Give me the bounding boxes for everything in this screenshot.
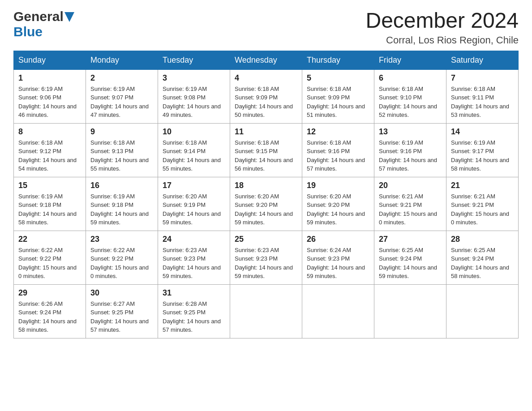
day-number: 11 xyxy=(235,127,297,137)
day-number: 28 xyxy=(451,235,514,244)
svg-marker-0 xyxy=(64,12,74,22)
calendar-day-cell: 7 Sunrise: 6:18 AMSunset: 9:11 PMDayligh… xyxy=(446,69,519,123)
calendar-day-cell: 21 Sunrise: 6:21 AMSunset: 9:21 PMDaylig… xyxy=(446,177,519,231)
day-number: 12 xyxy=(307,127,369,137)
day-number: 24 xyxy=(163,235,225,244)
calendar-empty-cell xyxy=(374,284,446,338)
day-number: 2 xyxy=(90,73,153,83)
day-number: 31 xyxy=(163,288,225,298)
weekday-header-thursday: Thursday xyxy=(302,51,374,69)
day-info: Sunrise: 6:18 AMSunset: 9:09 PMDaylight:… xyxy=(235,85,297,120)
calendar-empty-cell xyxy=(446,284,519,338)
title-section: December 2024 Corral, Los Rios Region, C… xyxy=(365,9,519,46)
day-info: Sunrise: 6:18 AMSunset: 9:10 PMDaylight:… xyxy=(379,85,442,120)
calendar-day-cell: 27 Sunrise: 6:25 AMSunset: 9:24 PMDaylig… xyxy=(374,231,446,284)
day-info: Sunrise: 6:21 AMSunset: 9:21 PMDaylight:… xyxy=(379,192,442,227)
day-info: Sunrise: 6:24 AMSunset: 9:23 PMDaylight:… xyxy=(307,246,369,281)
calendar-week-row: 29 Sunrise: 6:26 AMSunset: 9:24 PMDaylig… xyxy=(14,284,519,338)
day-info: Sunrise: 6:26 AMSunset: 9:24 PMDaylight:… xyxy=(18,300,81,334)
calendar-day-cell: 19 Sunrise: 6:20 AMSunset: 9:20 PMDaylig… xyxy=(302,177,374,231)
calendar-day-cell: 15 Sunrise: 6:19 AMSunset: 9:18 PMDaylig… xyxy=(14,177,86,231)
calendar-day-cell: 12 Sunrise: 6:18 AMSunset: 9:16 PMDaylig… xyxy=(302,123,374,177)
day-number: 9 xyxy=(90,127,153,137)
day-number: 7 xyxy=(451,73,514,83)
calendar-day-cell: 25 Sunrise: 6:23 AMSunset: 9:23 PMDaylig… xyxy=(230,231,302,284)
calendar-day-cell: 17 Sunrise: 6:20 AMSunset: 9:19 PMDaylig… xyxy=(158,177,230,231)
day-info: Sunrise: 6:19 AMSunset: 9:06 PMDaylight:… xyxy=(18,85,81,120)
calendar-day-cell: 9 Sunrise: 6:18 AMSunset: 9:13 PMDayligh… xyxy=(86,123,158,177)
calendar-empty-cell xyxy=(302,284,374,338)
day-info: Sunrise: 6:19 AMSunset: 9:16 PMDaylight:… xyxy=(379,138,442,173)
day-number: 25 xyxy=(235,235,297,244)
day-info: Sunrise: 6:19 AMSunset: 9:18 PMDaylight:… xyxy=(90,192,153,227)
calendar-day-cell: 8 Sunrise: 6:18 AMSunset: 9:12 PMDayligh… xyxy=(14,123,86,177)
day-info: Sunrise: 6:28 AMSunset: 9:25 PMDaylight:… xyxy=(163,300,225,334)
calendar-week-row: 8 Sunrise: 6:18 AMSunset: 9:12 PMDayligh… xyxy=(14,123,519,177)
calendar-week-row: 15 Sunrise: 6:19 AMSunset: 9:18 PMDaylig… xyxy=(14,177,519,231)
calendar-day-cell: 2 Sunrise: 6:19 AMSunset: 9:07 PMDayligh… xyxy=(86,69,158,123)
day-info: Sunrise: 6:19 AMSunset: 9:17 PMDaylight:… xyxy=(451,138,514,173)
day-info: Sunrise: 6:25 AMSunset: 9:24 PMDaylight:… xyxy=(451,246,514,281)
calendar-day-cell: 26 Sunrise: 6:24 AMSunset: 9:23 PMDaylig… xyxy=(302,231,374,284)
weekday-header-tuesday: Tuesday xyxy=(158,51,230,69)
calendar-day-cell: 1 Sunrise: 6:19 AMSunset: 9:06 PMDayligh… xyxy=(14,69,86,123)
day-info: Sunrise: 6:18 AMSunset: 9:14 PMDaylight:… xyxy=(163,138,225,173)
day-info: Sunrise: 6:19 AMSunset: 9:07 PMDaylight:… xyxy=(90,85,153,120)
calendar-day-cell: 23 Sunrise: 6:22 AMSunset: 9:22 PMDaylig… xyxy=(86,231,158,284)
day-info: Sunrise: 6:18 AMSunset: 9:15 PMDaylight:… xyxy=(235,138,297,173)
day-number: 15 xyxy=(18,181,81,190)
calendar-day-cell: 4 Sunrise: 6:18 AMSunset: 9:09 PMDayligh… xyxy=(230,69,302,123)
calendar-empty-cell xyxy=(230,284,302,338)
calendar-day-cell: 20 Sunrise: 6:21 AMSunset: 9:21 PMDaylig… xyxy=(374,177,446,231)
day-number: 6 xyxy=(379,73,442,83)
weekday-header-sunday: Sunday xyxy=(14,51,86,69)
day-info: Sunrise: 6:18 AMSunset: 9:12 PMDaylight:… xyxy=(18,138,81,173)
calendar-day-cell: 31 Sunrise: 6:28 AMSunset: 9:25 PMDaylig… xyxy=(158,284,230,338)
calendar-day-cell: 18 Sunrise: 6:20 AMSunset: 9:20 PMDaylig… xyxy=(230,177,302,231)
day-info: Sunrise: 6:23 AMSunset: 9:23 PMDaylight:… xyxy=(235,246,297,281)
day-number: 5 xyxy=(307,73,369,83)
day-info: Sunrise: 6:20 AMSunset: 9:19 PMDaylight:… xyxy=(163,192,225,227)
day-info: Sunrise: 6:19 AMSunset: 9:08 PMDaylight:… xyxy=(163,85,225,120)
day-info: Sunrise: 6:22 AMSunset: 9:22 PMDaylight:… xyxy=(90,246,153,281)
calendar-table: SundayMondayTuesdayWednesdayThursdayFrid… xyxy=(13,51,519,338)
day-number: 29 xyxy=(18,288,81,298)
day-number: 14 xyxy=(451,127,514,137)
day-info: Sunrise: 6:22 AMSunset: 9:22 PMDaylight:… xyxy=(18,246,81,281)
day-number: 21 xyxy=(451,181,514,190)
weekday-header-row: SundayMondayTuesdayWednesdayThursdayFrid… xyxy=(14,51,519,69)
location-title: Corral, Los Rios Region, Chile xyxy=(365,34,519,46)
day-number: 17 xyxy=(163,181,225,190)
calendar-day-cell: 14 Sunrise: 6:19 AMSunset: 9:17 PMDaylig… xyxy=(446,123,519,177)
day-number: 1 xyxy=(18,73,81,83)
day-info: Sunrise: 6:18 AMSunset: 9:16 PMDaylight:… xyxy=(307,138,369,173)
logo: General Blue xyxy=(13,9,74,39)
logo-blue: Blue xyxy=(13,24,43,39)
page-header: General Blue December 2024 Corral, Los R… xyxy=(13,9,519,46)
weekday-header-friday: Friday xyxy=(374,51,446,69)
calendar-day-cell: 10 Sunrise: 6:18 AMSunset: 9:14 PMDaylig… xyxy=(158,123,230,177)
calendar-day-cell: 5 Sunrise: 6:18 AMSunset: 9:09 PMDayligh… xyxy=(302,69,374,123)
day-info: Sunrise: 6:20 AMSunset: 9:20 PMDaylight:… xyxy=(235,192,297,227)
day-number: 19 xyxy=(307,181,369,190)
calendar-day-cell: 11 Sunrise: 6:18 AMSunset: 9:15 PMDaylig… xyxy=(230,123,302,177)
day-number: 22 xyxy=(18,235,81,244)
calendar-day-cell: 16 Sunrise: 6:19 AMSunset: 9:18 PMDaylig… xyxy=(86,177,158,231)
day-number: 4 xyxy=(235,73,297,83)
day-number: 26 xyxy=(307,235,369,244)
calendar-day-cell: 3 Sunrise: 6:19 AMSunset: 9:08 PMDayligh… xyxy=(158,69,230,123)
day-info: Sunrise: 6:25 AMSunset: 9:24 PMDaylight:… xyxy=(379,246,442,281)
day-info: Sunrise: 6:21 AMSunset: 9:21 PMDaylight:… xyxy=(451,192,514,227)
month-title: December 2024 xyxy=(365,9,519,33)
calendar-day-cell: 22 Sunrise: 6:22 AMSunset: 9:22 PMDaylig… xyxy=(14,231,86,284)
day-info: Sunrise: 6:23 AMSunset: 9:23 PMDaylight:… xyxy=(163,246,225,281)
day-number: 8 xyxy=(18,127,81,137)
calendar-day-cell: 13 Sunrise: 6:19 AMSunset: 9:16 PMDaylig… xyxy=(374,123,446,177)
weekday-header-wednesday: Wednesday xyxy=(230,51,302,69)
day-info: Sunrise: 6:18 AMSunset: 9:13 PMDaylight:… xyxy=(90,138,153,173)
day-number: 27 xyxy=(379,235,442,244)
day-info: Sunrise: 6:27 AMSunset: 9:25 PMDaylight:… xyxy=(90,300,153,334)
day-info: Sunrise: 6:18 AMSunset: 9:09 PMDaylight:… xyxy=(307,85,369,120)
day-number: 13 xyxy=(379,127,442,137)
day-number: 18 xyxy=(235,181,297,190)
